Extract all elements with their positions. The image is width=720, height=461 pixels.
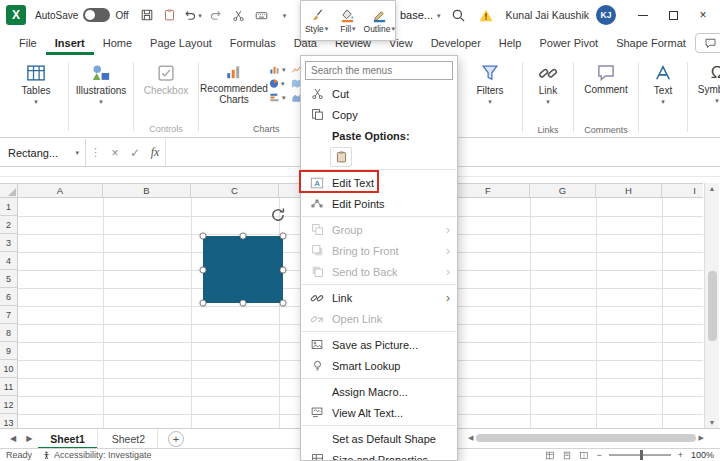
menu-item-edit-text[interactable]: A Edit Text xyxy=(301,172,457,193)
maximize-button[interactable] xyxy=(658,0,688,30)
clipboard-icon[interactable] xyxy=(160,4,180,26)
column-header-I[interactable]: I xyxy=(662,184,703,198)
pie-chart-button[interactable]: ▾ xyxy=(268,78,286,89)
handle-top-center[interactable] xyxy=(240,233,247,240)
row-header-1[interactable]: 1 xyxy=(0,198,18,216)
tab-shape-format[interactable]: Shape Format xyxy=(607,31,695,55)
handle-bottom-right[interactable] xyxy=(280,300,287,307)
menu-item-save-as-picture[interactable]: Save as Picture... xyxy=(301,334,457,355)
sheet-prev-icon[interactable]: ◀ xyxy=(6,434,20,443)
text-button[interactable]: Text ▾ xyxy=(644,59,682,105)
page-layout-view-icon[interactable] xyxy=(562,451,572,460)
new-sheet-button[interactable]: + xyxy=(168,431,184,447)
shape-fill-button[interactable]: Fill▾ xyxy=(332,1,363,40)
handle-bottom-center[interactable] xyxy=(240,300,247,307)
enter-icon[interactable]: ✓ xyxy=(125,146,145,160)
tab-home[interactable]: Home xyxy=(94,31,141,55)
filters-button[interactable]: Filters ▾ xyxy=(463,59,517,105)
name-box[interactable]: Rectang... ▾ xyxy=(0,139,86,166)
autosave-toggle[interactable] xyxy=(83,8,110,22)
vertical-scroll-thumb[interactable] xyxy=(708,271,717,341)
zoom-out-icon[interactable]: − xyxy=(596,450,601,460)
shape-outline-button[interactable]: Outline▾ xyxy=(364,1,395,40)
row-header-12[interactable]: 12 xyxy=(0,396,18,414)
column-header-F[interactable]: F xyxy=(447,184,530,198)
column-header-B[interactable]: B xyxy=(103,184,191,198)
row-header-8[interactable]: 8 xyxy=(0,324,18,342)
shape-style-button[interactable]: Style▾ xyxy=(301,1,332,40)
row-header-2[interactable]: 2 xyxy=(0,216,18,234)
rectangle-shape[interactable] xyxy=(203,236,283,303)
paste-icon[interactable] xyxy=(330,147,352,167)
tab-file[interactable]: File xyxy=(10,31,46,55)
zoom-in-icon[interactable]: + xyxy=(678,450,683,460)
comment-button[interactable]: Comment xyxy=(579,59,633,95)
recommended-charts-button[interactable]: Recommended Charts xyxy=(204,59,264,105)
row-header-7[interactable]: 7 xyxy=(0,306,18,324)
name-box-resize-handle[interactable]: ⋮ xyxy=(86,146,105,159)
scroll-right-icon[interactable]: ▶ xyxy=(699,434,704,442)
scroll-down-icon[interactable]: ▼ xyxy=(709,419,716,426)
menu-item-link[interactable]: Link › xyxy=(301,287,457,308)
redo-icon[interactable] xyxy=(206,4,226,26)
menu-item-copy[interactable]: Copy xyxy=(301,104,457,125)
scroll-left-icon[interactable]: ◀ xyxy=(468,434,473,442)
cancel-icon[interactable]: × xyxy=(105,146,125,160)
row-header-9[interactable]: 9 xyxy=(0,342,18,360)
menu-item-cut[interactable]: Cut xyxy=(301,83,457,104)
column-header-C[interactable]: C xyxy=(191,184,279,198)
close-button[interactable]: × xyxy=(688,0,718,30)
document-title[interactable]: base... ▾ xyxy=(400,0,441,30)
scroll-up-icon[interactable]: ▲ xyxy=(709,185,716,192)
autosave-control[interactable]: AutoSave Off xyxy=(35,8,129,22)
page-break-view-icon[interactable] xyxy=(579,451,589,460)
handle-middle-left[interactable] xyxy=(200,266,207,273)
normal-view-icon[interactable] xyxy=(545,451,555,460)
menu-item-assign-macro[interactable]: Assign Macro... xyxy=(301,381,457,402)
handle-bottom-left[interactable] xyxy=(200,300,207,307)
row-header-4[interactable]: 4 xyxy=(0,252,18,270)
row-header-10[interactable]: 10 xyxy=(0,360,18,378)
row-header-5[interactable]: 5 xyxy=(0,270,18,288)
vertical-scrollbar[interactable]: ▲ ▼ xyxy=(704,183,719,428)
tab-developer[interactable]: Developer xyxy=(422,31,490,55)
tab-page-layout[interactable]: Page Layout xyxy=(141,31,221,55)
menu-item-view-alt-text[interactable]: View Alt Text... xyxy=(301,402,457,423)
zoom-level[interactable]: 100% xyxy=(690,450,714,460)
row-header-3[interactable]: 3 xyxy=(0,234,18,252)
tab-insert[interactable]: Insert xyxy=(46,31,94,55)
select-all-corner[interactable] xyxy=(0,184,18,198)
illustrations-button[interactable]: Illustrations ▾ xyxy=(74,59,128,105)
minimize-button[interactable] xyxy=(628,0,658,30)
symbols-button[interactable]: Ω Symbols ▾ xyxy=(693,59,720,104)
tab-power-pivot[interactable]: Power Pivot xyxy=(530,31,607,55)
save-icon[interactable] xyxy=(137,4,157,26)
link-button[interactable]: Link ▾ xyxy=(528,59,568,105)
handle-top-left[interactable] xyxy=(200,233,207,240)
menu-item-smart-lookup[interactable]: Smart Lookup xyxy=(301,355,457,376)
tables-button[interactable]: Tables ▾ xyxy=(9,59,63,105)
handle-middle-right[interactable] xyxy=(280,266,287,273)
sheet-tab-sheet2[interactable]: Sheet2 xyxy=(100,429,158,449)
column-chart-button[interactable]: ▾ xyxy=(268,64,286,75)
handle-top-right[interactable] xyxy=(280,233,287,240)
menu-item-size-and-properties[interactable]: Size and Properties... xyxy=(301,449,457,461)
accessibility-checker[interactable]: Accessibility: Investigate xyxy=(42,450,152,460)
zoom-slider[interactable] xyxy=(609,454,671,456)
row-header-6[interactable]: 6 xyxy=(0,288,18,306)
menu-search-input[interactable] xyxy=(305,61,453,80)
menu-item-set-as-default-shape[interactable]: Set as Default Shape xyxy=(301,428,457,449)
zoom-slider-knob[interactable] xyxy=(640,450,643,460)
row-header-11[interactable]: 11 xyxy=(0,378,18,396)
tab-formulas[interactable]: Formulas xyxy=(221,31,285,55)
menu-item-edit-points[interactable]: Edit Points xyxy=(301,193,457,214)
customize-qat-icon[interactable]: ▾ xyxy=(275,4,295,26)
warning-icon[interactable] xyxy=(478,8,494,23)
sheet-next-icon[interactable]: ▶ xyxy=(22,434,36,443)
row-header-13[interactable]: 13 xyxy=(0,414,18,428)
column-header-A[interactable]: A xyxy=(18,184,103,198)
horizontal-scroll-thumb[interactable] xyxy=(476,434,695,442)
user-account[interactable]: Kunal Jai Kaushik KJ xyxy=(506,5,616,25)
comments-button[interactable]: Comments xyxy=(695,33,720,53)
insert-function-button[interactable]: fx xyxy=(145,145,165,160)
